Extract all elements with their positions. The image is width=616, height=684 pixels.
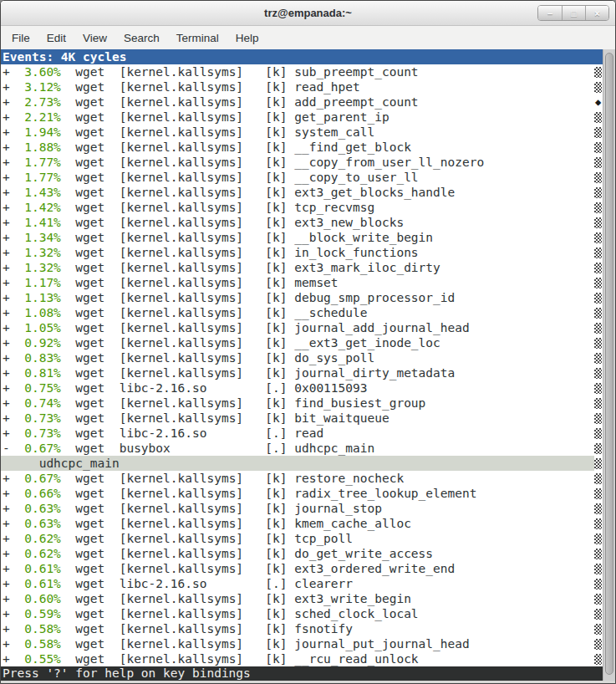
table-row[interactable]: + 0.67% wget [kernel.kallsyms] [k] resto… xyxy=(1,471,603,486)
menu-file[interactable]: File xyxy=(3,26,38,49)
row-text: + 0.62% wget [kernel.kallsyms] [k] do_ge… xyxy=(1,546,594,561)
menu-view[interactable]: View xyxy=(74,26,115,49)
status-bar: Press '?' for help on key bindings xyxy=(1,666,603,681)
table-row[interactable]: + 0.58% wget [kernel.kallsyms] [k] journ… xyxy=(1,636,603,651)
scrollbar[interactable] xyxy=(603,49,615,681)
scroll-checker-icon xyxy=(594,486,602,501)
table-row[interactable]: + 0.73% wget libc-2.16.so [.] read xyxy=(1,426,603,441)
table-row[interactable]: + 0.75% wget libc-2.16.so [.] 0x00115093 xyxy=(1,380,603,396)
table-row[interactable]: + 0.58% wget [kernel.kallsyms] [k] fsnot… xyxy=(1,621,603,636)
window-title: trz@empanada:~ xyxy=(264,7,352,19)
scroll-checker-icon xyxy=(594,64,602,79)
title-bar[interactable]: trz@empanada:~ – □ × xyxy=(1,1,615,26)
table-row[interactable]: + 0.92% wget [kernel.kallsyms] [k] __ext… xyxy=(1,335,603,350)
scroll-checker-icon xyxy=(594,606,602,621)
row-text: + 3.12% wget [kernel.kallsyms] [k] read_… xyxy=(1,79,594,94)
table-row[interactable]: + 0.55% wget [kernel.kallsyms] [k] __rcu… xyxy=(1,651,603,666)
table-row[interactable]: + 0.83% wget [kernel.kallsyms] [k] do_sy… xyxy=(1,350,603,365)
close-button[interactable]: × xyxy=(585,6,608,20)
overhead-percent: 1.94% xyxy=(10,125,61,139)
table-row[interactable]: + 0.74% wget [kernel.kallsyms] [k] find_… xyxy=(1,396,603,411)
overhead-percent: 1.08% xyxy=(10,306,61,319)
menu-edit[interactable]: Edit xyxy=(38,26,74,49)
overhead-percent: 0.67% xyxy=(10,442,61,455)
table-row[interactable]: + 2.21% wget [kernel.kallsyms] [k] get_p… xyxy=(1,110,603,125)
row-text: + 3.60% wget [kernel.kallsyms] [k] sub_p… xyxy=(1,64,594,79)
scroll-checker-icon xyxy=(594,170,602,185)
scroll-checker-icon xyxy=(594,155,602,170)
table-row[interactable]: + 1.32% wget [kernel.kallsyms] [k] ext3_… xyxy=(1,260,603,275)
table-row[interactable]: + 1.43% wget [kernel.kallsyms] [k] ext3_… xyxy=(1,185,603,200)
table-row[interactable]: + 0.63% wget [kernel.kallsyms] [k] journ… xyxy=(1,501,603,516)
table-row[interactable]: + 1.34% wget [kernel.kallsyms] [k] __blo… xyxy=(1,230,603,245)
overhead-percent: 0.74% xyxy=(10,396,61,410)
table-row[interactable]: + 1.42% wget [kernel.kallsyms] [k] tcp_r… xyxy=(1,200,603,215)
row-text: + 0.62% wget [kernel.kallsyms] [k] tcp_p… xyxy=(1,531,594,546)
overhead-percent: 1.32% xyxy=(10,261,61,274)
table-row[interactable]: + 0.62% wget [kernel.kallsyms] [k] do_ge… xyxy=(1,546,603,561)
table-row[interactable]: + 0.63% wget [kernel.kallsyms] [k] kmem_… xyxy=(1,516,603,531)
table-row[interactable]: + 0.73% wget [kernel.kallsyms] [k] bit_w… xyxy=(1,411,603,426)
row-text: + 0.59% wget [kernel.kallsyms] [k] sched… xyxy=(1,606,594,621)
maximize-button[interactable]: □ xyxy=(562,6,585,20)
scroll-checker-icon xyxy=(594,350,602,365)
row-text: + 0.55% wget [kernel.kallsyms] [k] __rcu… xyxy=(1,651,594,666)
minimize-button[interactable]: – xyxy=(538,6,562,20)
table-row[interactable]: + 1.77% wget [kernel.kallsyms] [k] __cop… xyxy=(1,155,603,170)
table-row[interactable]: + 2.73% wget [kernel.kallsyms] [k] add_p… xyxy=(1,94,603,110)
table-row[interactable]: + 0.66% wget [kernel.kallsyms] [k] radix… xyxy=(1,486,603,501)
table-row[interactable]: + 0.62% wget [kernel.kallsyms] [k] tcp_p… xyxy=(1,531,603,546)
table-row[interactable]: + 1.17% wget [kernel.kallsyms] [k] memse… xyxy=(1,275,603,290)
table-row[interactable]: + 3.12% wget [kernel.kallsyms] [k] read_… xyxy=(1,79,603,94)
row-text: + 0.60% wget [kernel.kallsyms] [k] ext3_… xyxy=(1,591,594,606)
table-row[interactable]: + 0.60% wget [kernel.kallsyms] [k] ext3_… xyxy=(1,591,603,606)
table-row[interactable]: - 0.67% wget busybox [.] udhcpc_main xyxy=(1,441,603,456)
menu-bar: FileEditViewSearchTerminalHelp xyxy=(1,26,615,49)
overhead-percent: 3.12% xyxy=(10,80,61,94)
scroll-position-diamond-icon: ◆ xyxy=(594,94,602,110)
overhead-percent: 0.63% xyxy=(10,502,61,515)
row-text: + 1.43% wget [kernel.kallsyms] [k] ext3_… xyxy=(1,185,594,200)
table-row[interactable]: + 0.81% wget [kernel.kallsyms] [k] journ… xyxy=(1,365,603,380)
scroll-checker-icon xyxy=(594,305,602,320)
row-text: + 1.42% wget [kernel.kallsyms] [k] tcp_r… xyxy=(1,200,594,215)
scrollbar-thumb[interactable] xyxy=(605,53,613,675)
overhead-percent: 0.62% xyxy=(10,532,61,545)
row-text: udhcpc_main xyxy=(1,456,594,471)
table-row[interactable]: + 1.41% wget [kernel.kallsyms] [k] ext3_… xyxy=(1,215,603,230)
overhead-percent: 0.83% xyxy=(10,351,61,365)
table-row[interactable]: + 0.61% wget libc-2.16.so [.] clearerr xyxy=(1,576,603,591)
scroll-checker-icon xyxy=(594,651,602,666)
row-text: + 0.73% wget [kernel.kallsyms] [k] bit_w… xyxy=(1,411,594,426)
scroll-checker-icon xyxy=(594,456,602,471)
table-row[interactable]: + 3.60% wget [kernel.kallsyms] [k] sub_p… xyxy=(1,64,603,79)
row-text: + 1.17% wget [kernel.kallsyms] [k] memse… xyxy=(1,275,594,290)
row-text: + 1.77% wget [kernel.kallsyms] [k] __cop… xyxy=(1,170,594,185)
callchain-row[interactable]: udhcpc_main xyxy=(1,456,603,471)
table-row[interactable]: + 1.08% wget [kernel.kallsyms] [k] __sch… xyxy=(1,305,603,320)
overhead-percent: 1.34% xyxy=(10,231,61,244)
table-row[interactable]: + 1.88% wget [kernel.kallsyms] [k] __fin… xyxy=(1,140,603,155)
table-row[interactable]: + 1.05% wget [kernel.kallsyms] [k] journ… xyxy=(1,320,603,335)
table-row[interactable]: + 0.59% wget [kernel.kallsyms] [k] sched… xyxy=(1,606,603,621)
overhead-percent: 0.58% xyxy=(10,637,61,651)
overhead-percent: 0.58% xyxy=(10,622,61,636)
scroll-checker-icon xyxy=(594,320,602,335)
table-row[interactable]: + 1.32% wget [kernel.kallsyms] [k] in_lo… xyxy=(1,245,603,260)
scroll-checker-icon xyxy=(594,411,602,426)
overhead-percent: 0.81% xyxy=(10,366,61,380)
menu-help[interactable]: Help xyxy=(227,26,267,49)
table-row[interactable]: + 0.61% wget [kernel.kallsyms] [k] ext3_… xyxy=(1,561,603,576)
menu-terminal[interactable]: Terminal xyxy=(168,26,227,49)
menu-search[interactable]: Search xyxy=(115,26,168,49)
scroll-checker-icon xyxy=(594,591,602,606)
overhead-percent: 0.73% xyxy=(10,411,61,425)
row-text: + 1.77% wget [kernel.kallsyms] [k] __cop… xyxy=(1,155,594,170)
overhead-percent: 3.60% xyxy=(10,65,61,79)
table-row[interactable]: + 1.94% wget [kernel.kallsyms] [k] syste… xyxy=(1,125,603,140)
scroll-checker-icon xyxy=(594,471,602,486)
window-frame-bottom xyxy=(1,681,615,683)
table-row[interactable]: + 1.13% wget [kernel.kallsyms] [k] debug… xyxy=(1,290,603,305)
table-row[interactable]: + 1.77% wget [kernel.kallsyms] [k] __cop… xyxy=(1,170,603,185)
terminal-screen[interactable]: Events: 4K cycles + 3.60% wget [kernel.k… xyxy=(1,49,603,681)
